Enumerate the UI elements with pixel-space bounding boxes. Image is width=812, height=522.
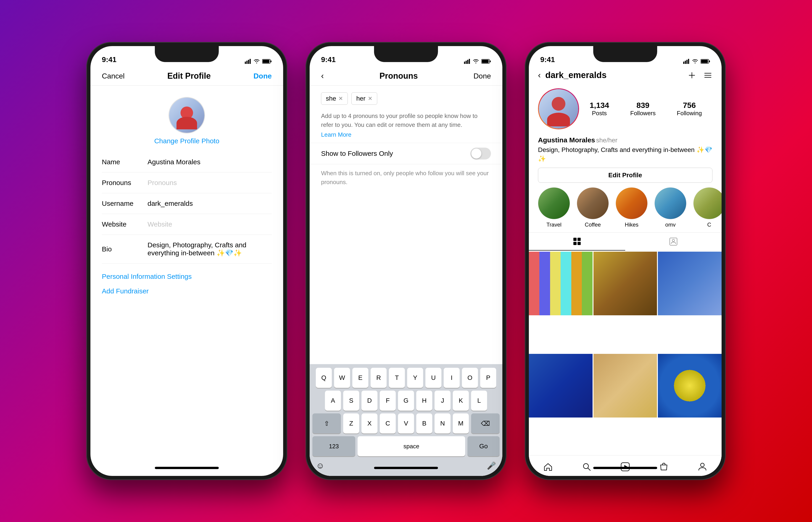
battery-icon-2 (481, 59, 491, 64)
battery-icon-3 (700, 59, 710, 64)
highlight-hikes[interactable]: Hikes (616, 187, 647, 228)
grid-photo-6[interactable] (658, 354, 721, 418)
grid-photo-2[interactable] (594, 252, 657, 315)
highlight-travel[interactable]: Travel (538, 187, 570, 228)
key-123[interactable]: 123 (312, 436, 355, 456)
key-v[interactable]: V (398, 414, 414, 434)
pronouns-field-row[interactable]: Pronouns Pronouns (102, 173, 272, 193)
grid-photo-4[interactable] (529, 354, 593, 418)
change-profile-photo-button[interactable]: Change Profile Photo (154, 137, 219, 145)
profile-username: dark_emeralds (545, 70, 687, 80)
add-icon[interactable] (687, 71, 696, 80)
home-tab[interactable] (539, 460, 557, 474)
grid-photo-1[interactable] (529, 252, 593, 315)
key-s[interactable]: S (343, 390, 359, 411)
done-button-1[interactable]: Done (253, 72, 272, 80)
key-c[interactable]: C (380, 414, 396, 434)
key-y[interactable]: Y (407, 368, 423, 388)
key-g[interactable]: G (398, 390, 414, 411)
key-x[interactable]: X (362, 414, 378, 434)
key-b[interactable]: B (416, 414, 432, 434)
key-n[interactable]: N (434, 414, 450, 434)
avatar-inner-image (539, 89, 578, 128)
cancel-button[interactable]: Cancel (102, 72, 125, 80)
username-value[interactable]: dark_emeralds (148, 200, 272, 207)
highlight-omv[interactable]: omv (654, 187, 687, 228)
website-label: Website (102, 220, 148, 228)
done-button-2[interactable]: Done (473, 72, 491, 80)
key-j[interactable]: J (434, 390, 450, 411)
key-space[interactable]: space (357, 436, 465, 456)
bio-value[interactable]: Design, Photography, Crafts and everythi… (148, 241, 272, 257)
key-a[interactable]: A (325, 390, 341, 411)
highlight-coffee-label: Coffee (585, 222, 601, 228)
emoji-key[interactable]: ☺ (316, 461, 325, 470)
add-fundraiser-link[interactable]: Add Fundraiser (102, 287, 272, 295)
key-p[interactable]: P (480, 368, 496, 388)
tagged-tab[interactable] (625, 233, 721, 250)
mic-key[interactable]: 🎤 (487, 461, 496, 470)
grid-photo-3[interactable] (658, 252, 721, 315)
key-m[interactable]: M (453, 414, 469, 434)
followers-count: 839 (636, 101, 650, 110)
remove-her-button[interactable]: ✕ (368, 95, 372, 102)
grid-photo-5[interactable] (594, 354, 657, 418)
bio-full-name: Agustina Morales (538, 136, 595, 144)
status-time-1: 9:41 (102, 56, 116, 64)
wifi-icon-1 (253, 59, 260, 64)
learn-more-link[interactable]: Learn More (321, 131, 491, 138)
phone-3: 9:41 (525, 42, 726, 480)
profile-tab[interactable] (693, 460, 712, 474)
key-z[interactable]: Z (343, 414, 359, 434)
key-o[interactable]: O (462, 368, 478, 388)
key-q[interactable]: Q (316, 368, 332, 388)
personal-info-settings-link[interactable]: Personal Information Settings (102, 273, 272, 280)
home-icon (543, 462, 553, 472)
key-f[interactable]: F (380, 390, 396, 411)
key-d[interactable]: D (362, 390, 378, 411)
remove-she-button[interactable]: ✕ (339, 95, 343, 102)
key-go[interactable]: Go (467, 436, 500, 456)
key-h[interactable]: H (416, 390, 432, 411)
profile-avatar-large[interactable] (538, 88, 579, 129)
bio-pronouns: she/her (596, 137, 617, 144)
key-l[interactable]: L (471, 390, 487, 411)
show-followers-toggle[interactable] (470, 147, 491, 159)
pronouns-value[interactable]: Pronouns (148, 179, 272, 187)
highlight-travel-circle (538, 187, 570, 219)
highlight-coffee[interactable]: Coffee (577, 187, 609, 228)
following-stat[interactable]: 756 Following (677, 101, 702, 117)
keyboard-row-1: Q W E R T Y U I O P (312, 368, 500, 388)
website-value[interactable]: Website (148, 220, 272, 228)
key-i[interactable]: I (444, 368, 460, 388)
shop-tab[interactable] (655, 460, 673, 474)
highlight-coffee-circle (577, 187, 609, 219)
back-icon[interactable]: ‹ (538, 71, 541, 80)
key-t[interactable]: T (389, 368, 405, 388)
key-r[interactable]: R (371, 368, 387, 388)
key-e[interactable]: E (352, 368, 368, 388)
grid-view-tab[interactable] (529, 233, 625, 250)
key-shift[interactable]: ⇧ (312, 414, 341, 434)
username-field-row: Username dark_emeralds (102, 193, 272, 214)
avatar-container[interactable] (169, 97, 205, 134)
back-button[interactable]: ‹ (321, 71, 324, 81)
pronoun-tag-she[interactable]: she ✕ (321, 93, 348, 105)
key-backspace[interactable]: ⌫ (471, 414, 500, 434)
posts-stat[interactable]: 1,134 Posts (589, 101, 609, 117)
edit-profile-button[interactable]: Edit Profile (538, 168, 712, 183)
highlight-hikes-circle (616, 187, 647, 219)
key-u[interactable]: U (425, 368, 441, 388)
svg-rect-26 (573, 238, 577, 241)
key-w[interactable]: W (334, 368, 350, 388)
pronoun-tag-her[interactable]: her ✕ (351, 93, 377, 105)
followers-stat[interactable]: 839 Followers (630, 101, 656, 117)
name-value[interactable]: Agustina Morales (148, 158, 272, 166)
menu-icon[interactable] (703, 71, 712, 80)
key-k[interactable]: K (453, 390, 469, 411)
edit-profile-screen: Cancel Edit Profile Done Change Profile … (91, 67, 283, 476)
svg-rect-8 (466, 61, 467, 64)
svg-rect-10 (469, 59, 470, 64)
highlight-c[interactable]: C (693, 187, 721, 228)
search-tab[interactable] (578, 460, 596, 474)
